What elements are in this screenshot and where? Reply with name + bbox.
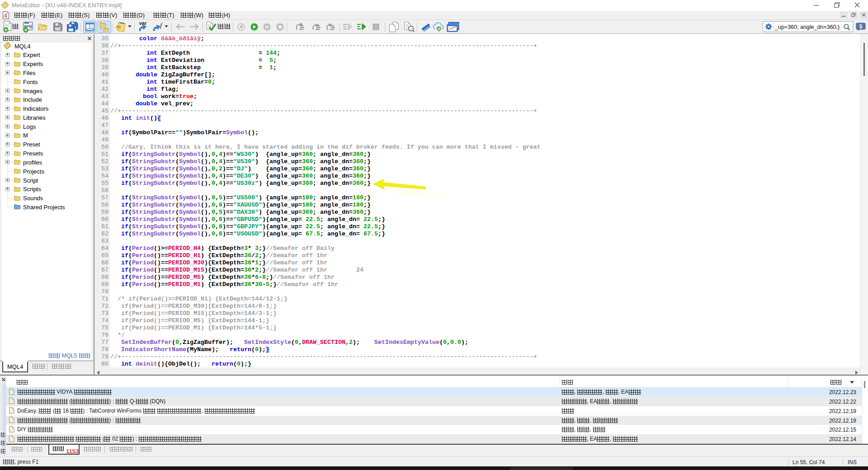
svg-text:f: f — [160, 22, 163, 29]
svg-text:var: var — [139, 21, 147, 26]
svg-text:5: 5 — [859, 24, 863, 30]
svg-text:4: 4 — [4, 13, 7, 19]
